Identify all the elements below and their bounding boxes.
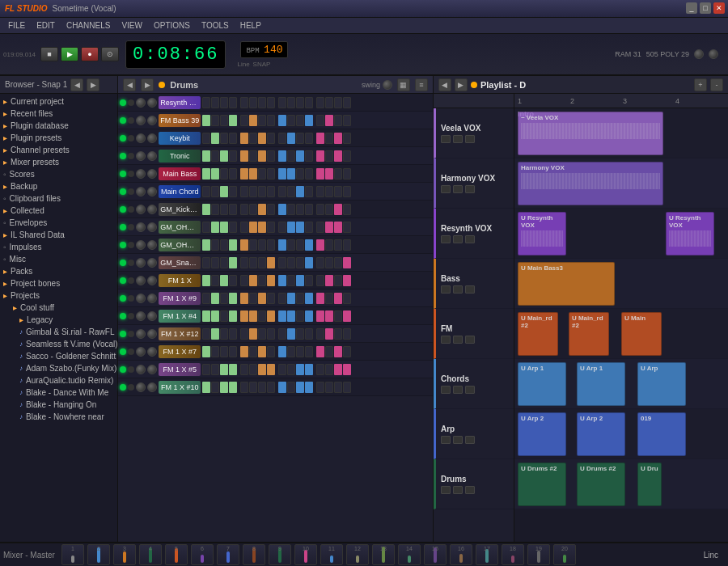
step-pad[interactable]	[305, 275, 313, 286]
track-label[interactable]: FM	[434, 309, 514, 359]
step-row-volume-knob[interactable]	[136, 151, 146, 161]
step-pad[interactable]	[220, 150, 228, 162]
step-pad[interactable]	[305, 346, 313, 357]
step-pad[interactable]	[211, 275, 219, 286]
step-row-led-mute[interactable]	[128, 153, 134, 159]
step-pad[interactable]	[325, 275, 333, 286]
track-control-btn[interactable]	[465, 436, 475, 444]
step-pad[interactable]	[334, 186, 342, 197]
close-button[interactable]: ✕	[713, 2, 725, 14]
step-pad[interactable]	[220, 133, 228, 144]
browser-item[interactable]: ▸Cool stuff	[0, 302, 117, 314]
step-pad[interactable]	[305, 168, 313, 180]
step-pad[interactable]	[316, 168, 324, 180]
step-pad[interactable]	[334, 204, 342, 215]
step-pad[interactable]	[305, 328, 313, 340]
step-pad[interactable]	[229, 364, 237, 375]
mixer-channel[interactable]: 20	[553, 544, 576, 565]
step-pad[interactable]	[343, 97, 351, 108]
play-button[interactable]: ▶	[61, 47, 78, 61]
step-pad[interactable]	[229, 204, 237, 215]
step-pad[interactable]	[258, 115, 266, 126]
step-pad[interactable]	[316, 328, 324, 340]
step-pad[interactable]	[249, 133, 257, 144]
step-pad[interactable]	[343, 346, 351, 357]
step-pad[interactable]	[296, 133, 304, 144]
mixer-channel[interactable]: 15	[424, 544, 447, 565]
step-pad[interactable]	[240, 239, 248, 251]
step-pad[interactable]	[211, 293, 219, 304]
step-pad[interactable]	[240, 97, 248, 108]
step-row-led-mute[interactable]	[128, 366, 134, 373]
step-pad[interactable]	[325, 115, 333, 126]
step-pad[interactable]	[211, 204, 219, 215]
mixer-channel[interactable]: 8	[243, 544, 265, 565]
mixer-channel[interactable]: 4	[139, 544, 162, 565]
step-pad[interactable]	[240, 346, 248, 357]
browser-item[interactable]: ◦Scores	[0, 168, 117, 180]
step-row-volume-knob[interactable]	[136, 329, 146, 339]
step-pad[interactable]	[325, 293, 333, 304]
browser-item[interactable]: ♪Gimbal & Si.rial - RawFL	[0, 326, 117, 338]
step-pad[interactable]	[296, 310, 304, 322]
step-pad[interactable]	[202, 115, 210, 126]
step-row-volume-knob[interactable]	[136, 169, 146, 179]
step-pad[interactable]	[211, 239, 219, 251]
step-pad[interactable]	[249, 186, 257, 197]
step-pad[interactable]	[267, 115, 275, 126]
track-control-btn[interactable]	[441, 235, 451, 243]
step-pad[interactable]	[287, 382, 295, 393]
step-pad[interactable]	[296, 293, 304, 304]
track-control-btn[interactable]	[465, 386, 475, 394]
step-pad[interactable]	[334, 115, 342, 126]
step-pad[interactable]	[229, 150, 237, 162]
step-pad[interactable]	[334, 382, 342, 393]
step-pad[interactable]	[334, 293, 342, 304]
step-pad[interactable]	[334, 257, 342, 268]
playlist-zoom-in[interactable]: +	[694, 78, 707, 91]
step-row-led-mute[interactable]	[128, 188, 134, 195]
step-pad[interactable]	[211, 133, 219, 144]
step-pad[interactable]	[211, 115, 219, 126]
step-pad[interactable]	[296, 186, 304, 197]
step-pad[interactable]	[202, 133, 210, 144]
step-row-led-active[interactable]	[120, 384, 126, 391]
browser-nav-next[interactable]: ▶	[87, 78, 99, 91]
step-row-led-active[interactable]	[120, 153, 126, 159]
master-volume-knob[interactable]	[694, 49, 704, 59]
step-row-led-active[interactable]	[120, 135, 126, 142]
track-label[interactable]: Resynth VOX	[434, 209, 514, 259]
step-pad[interactable]	[220, 293, 228, 304]
step-pad[interactable]	[240, 382, 248, 393]
playlist-clip[interactable]: U Arp 2	[577, 412, 625, 456]
browser-item[interactable]: ▸Mixer presets	[0, 156, 117, 168]
step-pad[interactable]	[249, 168, 257, 180]
step-pad[interactable]	[278, 275, 286, 286]
step-row-pan-knob[interactable]	[147, 169, 157, 179]
step-pad[interactable]	[296, 239, 304, 251]
step-row-pan-knob[interactable]	[147, 365, 157, 374]
menu-help[interactable]: HELP	[235, 19, 266, 32]
track-control-btn[interactable]	[453, 436, 463, 444]
step-pad[interactable]	[287, 275, 295, 286]
step-pad[interactable]	[334, 364, 342, 375]
browser-item[interactable]: ▸Plugin database	[0, 120, 117, 132]
step-pad[interactable]	[211, 382, 219, 393]
step-pad[interactable]	[220, 275, 228, 286]
step-row-led-active[interactable]	[120, 366, 126, 373]
step-pad[interactable]	[240, 364, 248, 375]
step-row-volume-knob[interactable]	[136, 240, 146, 250]
step-pad[interactable]	[305, 150, 313, 162]
step-pad[interactable]	[267, 364, 275, 375]
step-pad[interactable]	[249, 97, 257, 108]
browser-item[interactable]: ♪Seamless ft V.ime (Vocal)	[0, 338, 117, 350]
step-pad[interactable]	[296, 257, 304, 268]
playlist-clip[interactable]: U Resynth VOX	[666, 212, 714, 256]
track-control-btn[interactable]	[465, 185, 475, 193]
mixer-channel[interactable]: 5	[165, 544, 188, 565]
step-pad[interactable]	[267, 133, 275, 144]
track-control-btn[interactable]	[465, 336, 475, 344]
step-row-led-active[interactable]	[120, 117, 126, 124]
step-pad[interactable]	[316, 275, 324, 286]
step-pad[interactable]	[305, 115, 313, 126]
